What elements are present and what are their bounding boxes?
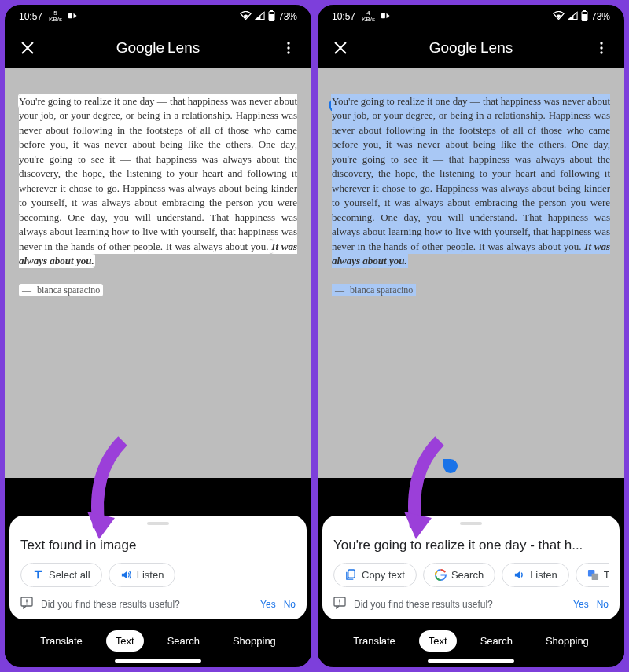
app-title: Google Lens [116, 39, 200, 57]
notification-icon [381, 11, 392, 22]
sheet-title: Text found in image [20, 538, 296, 553]
sheet-title: You're going to realize it one day - tha… [333, 538, 609, 553]
author-text[interactable]: — bianca sparacino [332, 284, 610, 297]
results-sheet: You're going to realize it one day - tha… [322, 516, 620, 619]
action-chips: Select all Listen [20, 563, 296, 587]
feedback-question: Did you find these results useful? [354, 599, 493, 610]
phone-screenshot-left: 10:57 5 KB/s 73% Google Lens [3, 3, 313, 669]
tab-search[interactable]: Search [158, 630, 209, 652]
mode-tabs: Translate Text Search Shopping [318, 619, 624, 658]
svg-rect-19 [591, 574, 598, 580]
close-icon[interactable] [332, 39, 349, 57]
svg-rect-13 [582, 14, 587, 21]
signal-icon [255, 11, 265, 23]
signal-icon [568, 11, 578, 23]
svg-point-15 [600, 46, 602, 49]
tab-text[interactable]: Text [106, 630, 144, 652]
app-title: Google Lens [429, 39, 513, 57]
phone-screenshot-right: 10:57 4 KB/s 73% Google Lens [316, 3, 626, 669]
speaker-icon [120, 569, 132, 581]
author-text[interactable]: — bianca sparacino [19, 284, 297, 297]
home-indicator[interactable] [115, 659, 201, 663]
select-all-button[interactable]: Select all [20, 563, 102, 587]
translate-button[interactable]: Tra [576, 563, 609, 587]
feedback-yes[interactable]: Yes [260, 599, 276, 610]
mode-tabs: Translate Text Search Shopping [5, 619, 311, 658]
svg-point-16 [600, 51, 602, 53]
spacer [318, 478, 624, 516]
feedback-icon [333, 597, 346, 611]
status-bar: 10:57 4 KB/s 73% [318, 5, 624, 28]
svg-point-5 [287, 46, 289, 49]
listen-button[interactable]: Listen [109, 563, 176, 587]
feedback-yes[interactable]: Yes [573, 599, 589, 610]
more-icon[interactable] [593, 39, 610, 57]
status-kbs-unit: KB/s [362, 17, 375, 23]
google-icon [435, 569, 447, 581]
tab-search[interactable]: Search [471, 630, 522, 652]
wifi-icon [240, 11, 252, 23]
battery-icon [581, 10, 588, 24]
results-sheet: Text found in image Select all Listen Di… [9, 516, 307, 619]
captured-image[interactable]: You're going to realize it one day — tha… [5, 68, 311, 478]
close-icon[interactable] [19, 39, 36, 57]
spacer [5, 478, 311, 516]
speaker-icon [513, 569, 525, 581]
app-header: Google Lens [5, 28, 311, 68]
tab-shopping[interactable]: Shopping [223, 630, 285, 652]
selected-text[interactable]: You're going to realize it one day — tha… [332, 94, 610, 268]
feedback-row: Did you find these results useful? Yes N… [20, 597, 296, 611]
tab-translate[interactable]: Translate [344, 630, 405, 652]
sheet-handle[interactable] [147, 522, 169, 525]
svg-point-9 [26, 604, 28, 605]
detected-text[interactable]: You're going to realize it one day — tha… [19, 94, 297, 268]
svg-point-14 [600, 42, 602, 44]
app-header: Google Lens [318, 28, 624, 68]
captured-image[interactable]: You're going to realize it one day — tha… [318, 68, 624, 478]
notification-icon [68, 11, 79, 22]
svg-rect-0 [68, 13, 72, 19]
tab-translate[interactable]: Translate [31, 630, 92, 652]
copy-icon [345, 569, 357, 581]
listen-button[interactable]: Listen [502, 563, 569, 587]
translate-icon [587, 569, 599, 581]
battery-icon [268, 10, 275, 24]
battery-percent: 73% [278, 11, 297, 22]
home-indicator[interactable] [428, 659, 514, 663]
svg-rect-10 [381, 13, 385, 19]
tab-shopping[interactable]: Shopping [536, 630, 598, 652]
svg-point-22 [339, 604, 340, 605]
text-icon [32, 569, 44, 581]
feedback-no[interactable]: No [284, 599, 296, 610]
sheet-handle[interactable] [460, 522, 482, 525]
copy-text-button[interactable]: Copy text [333, 563, 417, 587]
feedback-no[interactable]: No [597, 599, 609, 610]
status-kbs-unit: KB/s [49, 17, 62, 23]
feedback-row: Did you find these results useful? Yes N… [333, 597, 609, 611]
battery-percent: 73% [591, 11, 610, 22]
feedback-question: Did you find these results useful? [41, 599, 180, 610]
status-time: 10:57 [332, 11, 355, 22]
status-time: 10:57 [19, 11, 42, 22]
more-icon[interactable] [280, 39, 297, 57]
svg-rect-17 [348, 570, 355, 578]
svg-point-4 [287, 42, 289, 44]
feedback-icon [20, 597, 33, 611]
tab-text[interactable]: Text [419, 630, 457, 652]
search-button[interactable]: Search [423, 563, 495, 587]
svg-point-6 [287, 51, 289, 53]
status-bar: 10:57 5 KB/s 73% [5, 5, 311, 28]
wifi-icon [553, 11, 565, 23]
action-chips: Copy text Search Listen Tra [333, 563, 609, 587]
selection-handle-end[interactable] [443, 459, 458, 473]
svg-rect-3 [269, 14, 274, 21]
